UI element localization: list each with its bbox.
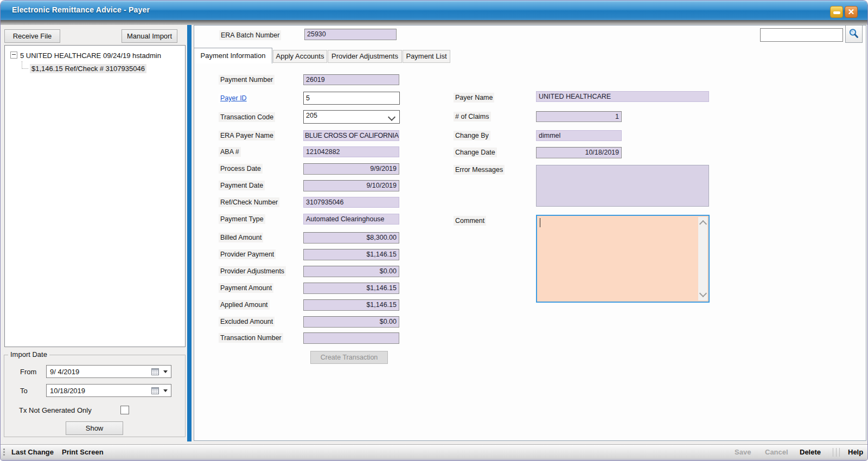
excluded-amount-label: Excluded Amount: [219, 317, 275, 326]
tree-root-item[interactable]: 5 UNITED HEALTHCARE 09/24/19 hstadmin: [10, 52, 161, 60]
tab-apply-accounts[interactable]: Apply Accounts: [273, 50, 327, 63]
change-by-field: dimmel: [536, 130, 622, 141]
transaction-number-label: Transaction Number: [219, 333, 283, 343]
error-messages-label: Error Messages: [454, 165, 505, 175]
dropdown-arrow-icon[interactable]: [163, 389, 168, 392]
provider-payment-label: Provider Payment: [219, 249, 276, 259]
minimize-icon: [833, 11, 840, 14]
titlebar-divider: [1, 20, 867, 25]
billed-amount-field: $8,300.00: [303, 232, 399, 244]
comment-textarea[interactable]: [536, 215, 710, 303]
provider-payment-field: $1,146.15: [303, 249, 399, 260]
era-payer-name-label: ERA Payer Name: [219, 131, 275, 140]
payment-type-field: Automated Clearinghouse: [303, 214, 399, 225]
payer-id-link[interactable]: Payer ID: [219, 93, 248, 103]
last-change-button[interactable]: Last Change: [11, 448, 54, 456]
tree-child-item[interactable]: $1,146.15 Ref/Check # 3107935046: [22, 61, 146, 73]
search-icon: [848, 28, 860, 40]
import-date-legend: Import Date: [8, 350, 49, 358]
calendar-icon[interactable]: [151, 368, 159, 375]
change-by-label: Change By: [454, 131, 490, 140]
text-caret: [540, 218, 540, 227]
payment-type-label: Payment Type: [219, 214, 265, 224]
print-screen-button[interactable]: Print Screen: [62, 448, 104, 456]
error-messages-box: [536, 165, 709, 207]
from-date-value[interactable]: 9/ 4/2019: [50, 368, 79, 376]
payer-name-label: Payer Name: [454, 93, 494, 103]
collapse-icon[interactable]: [10, 52, 17, 59]
payer-id-input[interactable]: [303, 92, 400, 105]
tab-provider-adjustments[interactable]: Provider Adjustments: [328, 50, 402, 63]
statusbar-separator: [833, 448, 842, 457]
tree-child-label[interactable]: $1,146.15 Ref/Check # 3107935046: [30, 64, 146, 73]
payment-amount-field: $1,146.15: [303, 283, 399, 294]
statusbar-grip-icon: [3, 449, 5, 450]
era-payer-name-field: BLUE CROSS OF CALIFORNIA (CA): [303, 130, 399, 141]
search-input[interactable]: [760, 28, 843, 42]
payment-number-field: 26019: [303, 74, 399, 85]
close-button[interactable]: [845, 6, 858, 18]
cancel-button[interactable]: Cancel: [765, 448, 788, 456]
era-batch-label: ERA Batch Number: [219, 30, 281, 40]
num-claims-field: 1: [536, 111, 622, 122]
dropdown-arrow-icon[interactable]: [163, 370, 168, 373]
process-date-field: 9/9/2019: [303, 163, 399, 175]
status-bar: Last Change Print Screen Save Cancel Del…: [1, 444, 867, 460]
tab-payment-list[interactable]: Payment List: [403, 50, 450, 63]
search-button[interactable]: [845, 25, 863, 43]
payment-date-label: Payment Date: [219, 181, 265, 190]
era-file-tree[interactable]: 5 UNITED HEALTHCARE 09/24/19 hstadmin $1…: [4, 45, 186, 347]
ref-check-number-label: Ref/Check Number: [219, 197, 279, 207]
num-claims-label: # of Claims: [454, 112, 491, 121]
chevron-down-icon: [388, 113, 395, 121]
to-date-value[interactable]: 10/18/2019: [50, 387, 85, 395]
applied-amount-field: $1,146.15: [303, 299, 399, 311]
main-panel: [194, 25, 866, 441]
transaction-code-select[interactable]: 205: [303, 110, 400, 124]
panel-splitter[interactable]: [187, 25, 192, 441]
tree-connector-icon: [22, 61, 28, 69]
change-date-field: 10/18/2019: [536, 147, 622, 158]
show-button[interactable]: Show: [66, 421, 123, 435]
transaction-number-field: [303, 332, 399, 344]
from-date-picker[interactable]: 9/ 4/2019: [46, 365, 171, 378]
applied-amount-label: Applied Amount: [219, 300, 270, 310]
transaction-code-label: Transaction Code: [219, 112, 275, 122]
minimize-button[interactable]: [830, 6, 843, 18]
aba-number-label: ABA #: [219, 147, 241, 157]
to-label: To: [20, 387, 28, 395]
payer-name-field: UNITED HEALTHCARE: [536, 91, 709, 102]
calendar-icon[interactable]: [151, 387, 159, 394]
help-button[interactable]: Help: [848, 448, 863, 456]
save-button[interactable]: Save: [735, 448, 751, 456]
excluded-amount-field: $0.00: [303, 316, 399, 328]
to-date-picker[interactable]: 10/18/2019: [46, 384, 171, 397]
provider-adjustments-field: $0.00: [303, 266, 399, 277]
transaction-code-value: 205: [306, 112, 317, 119]
era-batch-field: 25930: [304, 29, 397, 40]
tree-root-label[interactable]: 5 UNITED HEALTHCARE 09/24/19 hstadmin: [20, 52, 161, 60]
tx-not-generated-checkbox[interactable]: [120, 406, 129, 414]
tab-payment-information[interactable]: Payment Information: [194, 48, 272, 63]
era-payer-window: Electronic Remittance Advice - Payer Rec…: [0, 0, 868, 461]
change-date-label: Change Date: [454, 148, 497, 157]
manual-import-button[interactable]: Manual Import: [122, 29, 177, 43]
comment-label: Comment: [454, 216, 486, 226]
create-transaction-button[interactable]: Create Transaction: [310, 351, 388, 364]
aba-number-field: 121042882: [303, 146, 399, 157]
from-label: From: [20, 368, 36, 376]
provider-adjustments-label: Provider Adjustments: [219, 266, 286, 276]
receive-file-button[interactable]: Receive File: [4, 29, 60, 43]
ref-check-number-field: 3107935046: [303, 197, 399, 208]
comment-scrollbar[interactable]: [698, 217, 707, 300]
payment-amount-label: Payment Amount: [219, 283, 273, 293]
billed-amount-label: Billed Amount: [219, 233, 263, 242]
delete-button[interactable]: Delete: [800, 448, 821, 456]
window-bottom-edge: [1, 459, 867, 460]
titlebar[interactable]: Electronic Remittance Advice - Payer: [1, 1, 867, 21]
payment-date-field: 9/10/2019: [303, 180, 399, 191]
process-date-label: Process Date: [219, 164, 263, 174]
window-title: Electronic Remittance Advice - Payer: [12, 5, 150, 14]
scroll-down-icon[interactable]: [699, 290, 707, 297]
scroll-up-icon[interactable]: [699, 220, 707, 228]
